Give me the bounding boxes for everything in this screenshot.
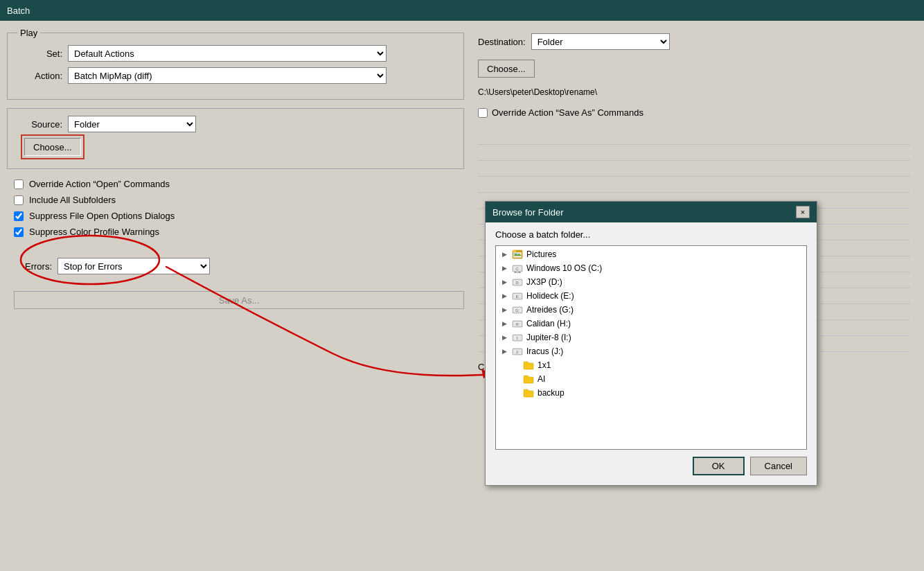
folder-tree[interactable]: ▶ Pictures ▶ C: Windows 10 OS (C:) — [495, 245, 807, 450]
tree-item-1x1-label: 1x1 — [537, 360, 551, 370]
set-select[interactable]: Default Actions — [68, 45, 387, 62]
suppress-file-open-checkbox[interactable] — [14, 211, 24, 221]
source-label: Source: — [17, 119, 62, 130]
svg-text:D:: D: — [516, 281, 519, 285]
svg-rect-9 — [519, 272, 520, 272]
tree-item-ai[interactable]: ▶ AI — [496, 372, 806, 386]
tree-arrow-d: ▶ — [499, 276, 510, 288]
browse-folder-dialog: Browse for Folder × Choose a batch folde… — [485, 201, 817, 486]
tree-item-i-drive[interactable]: ▶ I: Jupiter-8 (I:) — [496, 331, 806, 344]
g-drive-icon: G: — [511, 304, 524, 315]
1x1-folder-icon — [522, 360, 535, 371]
destination-row: Destination: Folder — [478, 28, 910, 55]
d-drive-icon: D: — [511, 276, 524, 288]
override-open-row: Override Action “Open” Commands — [7, 179, 464, 189]
dialog-buttons: OK Cancel — [495, 450, 807, 478]
right-row-1 — [478, 130, 910, 145]
pictures-icon — [511, 249, 524, 260]
dialog-close-button[interactable]: × — [796, 206, 810, 218]
dialog-title-bar: Browse for Folder × — [486, 202, 817, 222]
tree-arrow-i: ▶ — [499, 332, 510, 343]
save-as-button[interactable]: Save As... — [14, 291, 464, 309]
override-open-label: Override Action “Open” Commands — [29, 179, 170, 189]
tree-arrow-h: ▶ — [499, 318, 510, 329]
svg-text:E:: E: — [516, 295, 519, 299]
source-select[interactable]: Folder — [68, 116, 196, 132]
tree-item-c-label: Windows 10 OS (C:) — [526, 263, 602, 273]
window-title: Batch — [7, 6, 30, 16]
dialog-ok-button[interactable]: OK — [693, 457, 745, 475]
tree-arrow-j: ▶ — [499, 346, 510, 357]
tree-item-ai-label: AI — [537, 374, 545, 384]
c-drive-icon: C: — [511, 263, 524, 274]
set-label: Set: — [17, 49, 62, 59]
j-drive-icon: J: — [511, 346, 524, 357]
suppress-color-label: Suppress Color Profile Warnings — [29, 227, 159, 237]
override-save-as-row: Override Action “Save As” Commands — [478, 105, 910, 120]
right-row-3 — [478, 161, 910, 177]
override-save-as-checkbox[interactable] — [478, 108, 488, 118]
options-group: Override Action “Open” Commands Include … — [7, 175, 464, 247]
right-row-2 — [478, 146, 910, 161]
source-group: Source: Folder Choose... — [7, 108, 464, 169]
tree-item-d-drive[interactable]: ▶ D: JX3P (D:) — [496, 275, 806, 289]
svg-text:H:: H: — [516, 322, 519, 326]
source-choose-button[interactable]: Choose... — [24, 138, 81, 156]
tree-item-g-label: Atreides (G:) — [526, 305, 574, 315]
dialog-body: Choose a batch folder... ▶ Pictures ▶ — [486, 222, 817, 485]
tree-item-j-drive[interactable]: ▶ J: Iracus (J:) — [496, 344, 806, 358]
include-subfolders-row: Include All Subfolders — [7, 195, 464, 205]
svg-rect-1 — [513, 250, 516, 252]
tree-item-c-drive[interactable]: ▶ C: Windows 10 OS (C:) — [496, 261, 806, 275]
dialog-prompt: Choose a batch folder... — [495, 229, 807, 240]
svg-text:I:: I: — [517, 336, 519, 340]
svg-rect-10 — [514, 272, 521, 273]
tree-item-i-label: Jupiter-8 (I:) — [526, 333, 571, 342]
errors-select[interactable]: Stop for Errors — [57, 258, 210, 274]
backup-folder-icon — [522, 387, 535, 398]
destination-choose-button[interactable]: Choose... — [478, 60, 535, 78]
destination-label: Destination: — [478, 37, 526, 47]
ai-folder-icon — [522, 374, 535, 385]
svg-text:J:: J: — [516, 350, 519, 354]
tree-item-e-label: Holideck (E:) — [526, 291, 574, 301]
action-select[interactable]: Batch MipMap (diff) — [68, 67, 387, 84]
override-open-checkbox[interactable] — [14, 179, 24, 189]
tree-item-e-drive[interactable]: ▶ E: Holideck (E:) — [496, 289, 806, 303]
tree-item-pictures[interactable]: ▶ Pictures — [496, 247, 806, 261]
dialog-cancel-button[interactable]: Cancel — [750, 457, 807, 475]
errors-row: Errors: Stop for Errors — [7, 258, 464, 274]
i-drive-icon: I: — [511, 332, 524, 343]
tree-item-pictures-label: Pictures — [526, 249, 556, 259]
source-row: Source: Folder — [17, 116, 454, 132]
suppress-color-row: Suppress Color Profile Warnings — [7, 227, 464, 237]
left-panel: Play Set: Default Actions Action: Batch … — [7, 28, 464, 564]
tree-item-j-label: Iracus (J:) — [526, 346, 563, 356]
svg-text:G:: G: — [515, 308, 519, 313]
tree-item-backup[interactable]: ▶ backup — [496, 386, 806, 400]
action-row: Action: Batch MipMap (diff) — [17, 67, 454, 84]
tree-item-h-label: Calidan (H:) — [526, 319, 571, 328]
play-group-label: Play — [17, 28, 40, 38]
suppress-color-checkbox[interactable] — [14, 227, 24, 237]
errors-label: Errors: — [7, 261, 52, 272]
tree-item-g-drive[interactable]: ▶ G: Atreides (G:) — [496, 303, 806, 317]
svg-text:C:: C: — [516, 267, 519, 271]
action-label: Action: — [17, 71, 62, 81]
include-subfolders-label: Include All Subfolders — [29, 195, 116, 205]
tree-arrow-e: ▶ — [499, 290, 510, 301]
folder-tree-wrapper: ▶ Pictures ▶ C: Windows 10 OS (C:) — [495, 245, 807, 450]
suppress-file-open-label: Suppress File Open Options Dialogs — [29, 211, 175, 221]
h-drive-icon: H: — [511, 318, 524, 329]
include-subfolders-checkbox[interactable] — [14, 195, 24, 205]
suppress-file-open-row: Suppress File Open Options Dialogs — [7, 211, 464, 221]
override-save-as-label: Override Action “Save As” Commands — [492, 107, 643, 118]
destination-select[interactable]: Folder — [531, 33, 670, 50]
dialog-title: Browse for Folder — [492, 207, 564, 218]
set-row: Set: Default Actions — [17, 45, 454, 62]
svg-rect-8 — [515, 272, 516, 272]
tree-item-1x1[interactable]: ▶ 1x1 — [496, 358, 806, 372]
destination-path: C:\Users\peter\Desktop\rename\ — [478, 86, 910, 98]
tree-item-h-drive[interactable]: ▶ H: Calidan (H:) — [496, 317, 806, 331]
right-row-4 — [478, 177, 910, 193]
